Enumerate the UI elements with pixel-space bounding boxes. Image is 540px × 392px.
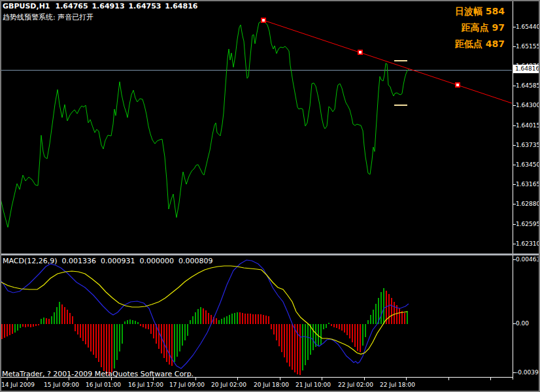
ohlc-title: GBPUSD,H11.64765 1.64913 1.64753 1.64816 — [3, 2, 199, 10]
macd-histogram-bar — [323, 324, 324, 329]
macd-histogram-bar — [88, 324, 89, 348]
chart-canvas[interactable] — [0, 0, 540, 392]
price-line — [0, 20, 409, 227]
macd-indicator-label: MACD(12,26,9)0.0013360.0009310.0000000.0… — [3, 257, 218, 265]
macd-histogram-bar — [1, 324, 3, 339]
symbol-period: GBPUSD,H1 — [3, 2, 50, 10]
macd-histogram-bar — [98, 324, 99, 362]
macd-histogram-bar — [30, 324, 31, 327]
macd-histogram-bar — [305, 324, 306, 365]
macd-histogram-bar — [90, 324, 92, 351]
stat-distance-to-high: 距高点 97 — [455, 20, 505, 36]
macd-value-1: 0.000931 — [101, 257, 135, 265]
macd-histogram-bar — [234, 313, 235, 324]
macd-histogram-bar — [349, 324, 350, 338]
macd-histogram-bar — [33, 324, 34, 327]
macd-histogram-bar — [145, 324, 146, 329]
macd-histogram-bar — [182, 324, 183, 346]
macd-histogram-bar — [299, 324, 301, 375]
macd-histogram-bar — [187, 324, 188, 336]
macd-histogram-bar — [208, 313, 209, 324]
macd-name: MACD(12,26,9) — [3, 257, 58, 265]
macd-histogram-bar — [184, 324, 186, 340]
macd-histogram-bar — [399, 308, 400, 324]
macd-histogram-bar — [150, 324, 152, 334]
macd-histogram-bar — [320, 324, 322, 345]
macd-histogram-bar — [268, 316, 269, 324]
mt4-chart-window: 1.654401.651551.648701.645851.643001.640… — [0, 0, 540, 392]
macd-histogram-bar — [59, 302, 60, 324]
macd-histogram-bar — [250, 314, 251, 324]
macd-value-3: 0.000809 — [178, 257, 213, 265]
macd-histogram-bar — [153, 324, 154, 338]
trendline-handle[interactable] — [358, 50, 362, 54]
macd-histogram-bar — [346, 324, 348, 335]
macd-histogram-bar — [148, 324, 149, 329]
macd-histogram-bar — [394, 302, 395, 324]
macd-histogram-bar — [169, 324, 170, 365]
macd-histogram-bar — [380, 292, 382, 324]
macd-histogram-bar — [407, 311, 408, 324]
macd-histogram-bar — [360, 324, 361, 352]
macd-histogram-bar — [302, 324, 303, 370]
macd-histogram-bar — [260, 314, 262, 324]
macd-histogram-bar — [221, 319, 222, 324]
macd-histogram-bar — [341, 324, 343, 331]
macd-histogram-bar — [95, 324, 97, 358]
trendline-handle[interactable] — [262, 18, 265, 22]
macd-histogram-bar — [119, 324, 120, 351]
macd-histogram-bar — [4, 324, 5, 338]
macd-histogram-bar — [391, 298, 392, 324]
macd-histogram-bar — [344, 324, 345, 333]
macd-histogram-bar — [307, 324, 309, 360]
low-value: 1.64753 — [128, 2, 161, 10]
macd-histogram-bar — [111, 324, 112, 372]
macd-histogram-bar — [273, 324, 275, 335]
macd-histogram-bar — [312, 324, 314, 350]
macd-histogram-bar — [331, 324, 332, 326]
macd-histogram-bar — [22, 324, 24, 327]
macd-histogram-bar — [357, 324, 358, 351]
macd-histogram-bar — [362, 324, 363, 346]
macd-histogram-bar — [77, 324, 78, 335]
macd-histogram-bar — [93, 324, 94, 355]
macd-histogram-bar — [43, 318, 44, 324]
macd-histogram-bar — [365, 324, 366, 337]
macd-histogram-bar — [166, 324, 167, 362]
macd-histogram-bar — [140, 324, 141, 326]
macd-histogram-bar — [284, 324, 285, 357]
macd-histogram-bar — [195, 312, 196, 324]
macd-histogram-bar — [404, 313, 405, 324]
macd-histogram-bar — [61, 304, 63, 324]
trendline-handle[interactable] — [456, 83, 460, 87]
macd-histogram-bar — [339, 324, 340, 329]
macd-histogram-bar — [226, 316, 228, 324]
macd-histogram-bar — [132, 320, 133, 324]
macd-histogram-bar — [278, 324, 280, 346]
macd-histogram-bar — [258, 314, 259, 324]
macd-histogram-bar — [135, 321, 136, 324]
macd-histogram-bar — [255, 314, 256, 324]
macd-histogram-bar — [69, 313, 71, 324]
macd-histogram-bar — [229, 315, 230, 324]
macd-histogram-bar — [103, 324, 105, 371]
macd-histogram-bar — [231, 314, 233, 324]
macd-histogram-bar — [106, 324, 107, 374]
pane-separator[interactable] — [1, 253, 539, 255]
macd-histogram-bar — [129, 319, 131, 324]
macd-histogram-bar — [67, 310, 68, 324]
macd-histogram-bar — [310, 324, 311, 355]
macd-histogram-bar — [190, 320, 191, 324]
macd-histogram-bar — [388, 294, 390, 324]
macd-histogram-bar — [137, 322, 139, 324]
macd-histogram-bar — [370, 315, 371, 324]
macd-histogram-bar — [101, 324, 102, 367]
macd-histogram-bar — [46, 318, 47, 324]
macd-histogram-bar — [48, 319, 50, 324]
macd-histogram-bar — [177, 324, 178, 357]
macd-histogram-bar — [72, 316, 73, 324]
macd-histogram-bar — [271, 324, 272, 329]
macd-histogram-bar — [375, 304, 377, 324]
macd-histogram-bar — [336, 324, 337, 328]
macd-histogram-bar — [64, 307, 65, 324]
